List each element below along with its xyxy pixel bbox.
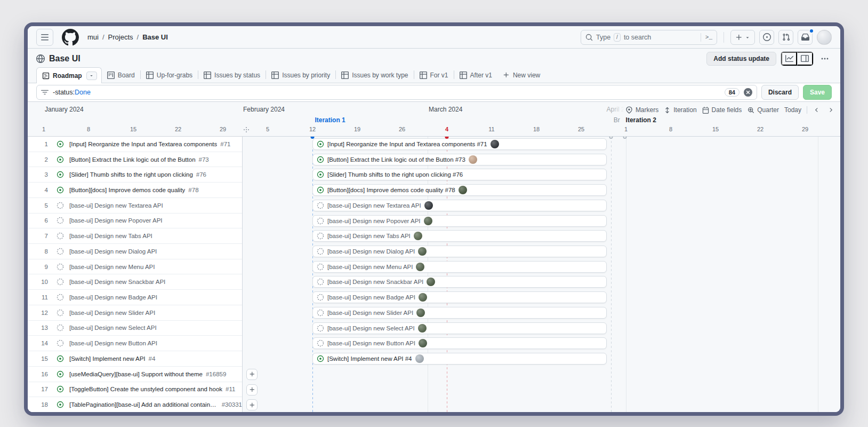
- add-status-update-button[interactable]: Add status update: [706, 52, 776, 66]
- hamburger-menu-button[interactable]: [36, 29, 53, 46]
- tab-issues-by-status[interactable]: Issues by status: [198, 67, 266, 83]
- zoom-level-button[interactable]: Quarter: [747, 106, 779, 114]
- table-row[interactable]: 18[TablePagination][base-ui] Add an addi…: [28, 397, 242, 412]
- user-avatar[interactable]: [817, 30, 832, 45]
- tab-label: Up-for-grabs: [157, 72, 192, 79]
- table-row[interactable]: 3[Slider] Thumb shifts to the right upon…: [28, 167, 242, 183]
- plus-icon: [503, 72, 510, 78]
- tab-roadmap[interactable]: Roadmap: [36, 67, 102, 83]
- roadmap-bar[interactable]: [base-ui] Design new Slider API: [312, 307, 607, 319]
- date-tick: 25: [578, 126, 584, 132]
- tab-issues-by-work-type[interactable]: Issues by work type: [336, 67, 413, 83]
- breadcrumb-org[interactable]: mui: [87, 33, 99, 41]
- roadmap-bar[interactable]: [Button] Extract the Link logic out of t…: [312, 154, 607, 165]
- tab-board[interactable]: Board: [102, 67, 140, 83]
- table-row[interactable]: 5[base-ui] Design new Textarea API: [28, 198, 242, 213]
- clear-filter-button[interactable]: [744, 88, 752, 97]
- iteration-marker-line: [611, 137, 612, 412]
- row-number: 13: [28, 325, 48, 331]
- insights-button[interactable]: [781, 52, 797, 66]
- roadmap-bar[interactable]: [base-ui] Design new Tabs API: [312, 230, 607, 242]
- row-number: 18: [28, 401, 48, 408]
- pull-requests-button[interactable]: [778, 30, 793, 45]
- create-new-button[interactable]: [730, 30, 755, 45]
- bar-title: [base-ui] Design new Badge API: [327, 294, 415, 301]
- issues-button[interactable]: [759, 30, 774, 45]
- roadmap-bar[interactable]: [base-ui] Design new Dialog API: [312, 246, 607, 257]
- tab-after-v1[interactable]: After v1: [454, 67, 497, 83]
- row-title: [Button][docs] Improve demos code qualit…: [69, 187, 185, 193]
- bar-title: [Input] Reorganize the Input and Textare…: [327, 141, 487, 147]
- add-to-timeline-button[interactable]: [246, 399, 258, 410]
- roadmap-bar[interactable]: [base-ui] Design new Textarea API: [312, 200, 607, 211]
- scroll-right-button[interactable]: [826, 105, 835, 115]
- bar-title: [base-ui] Design new Popover API: [327, 218, 421, 224]
- table-row[interactable]: 10[base-ui] Design new Snackbar API: [28, 274, 242, 290]
- graph-icon: [785, 54, 793, 62]
- iteration-marker-dot: [609, 137, 613, 139]
- search-input[interactable]: Type / to search >_: [581, 30, 717, 45]
- draft-issue-icon: [317, 309, 324, 317]
- row-title: [TablePagination][base-ui] Add an additi…: [69, 401, 219, 408]
- scroll-left-button[interactable]: [813, 105, 821, 115]
- table-row[interactable]: 8[base-ui] Design new Dialog API: [28, 244, 242, 259]
- search-divider: [701, 33, 701, 42]
- app-window: mui / Projects / Base UI Type / to searc…: [24, 22, 844, 416]
- side-panel-button[interactable]: [797, 52, 813, 66]
- add-to-timeline-button[interactable]: [246, 384, 258, 396]
- column-resize-grabber[interactable]: [243, 126, 250, 133]
- draft-issue-icon: [57, 217, 64, 224]
- tab-issues-by-priority[interactable]: Issues by priority: [266, 67, 335, 83]
- assignee-avatar: [427, 278, 435, 286]
- roadmap-bar[interactable]: [base-ui] Design new Button API: [312, 337, 607, 349]
- table-row[interactable]: 15[Switch] Implement new API#4: [28, 351, 242, 367]
- github-logo[interactable]: [62, 29, 79, 46]
- discard-button[interactable]: Discard: [761, 85, 799, 100]
- roadmap-bar[interactable]: [base-ui] Design new Snackbar API: [312, 276, 607, 288]
- date-fields-button[interactable]: Date fields: [702, 106, 742, 114]
- zoom-in-icon: [747, 106, 754, 114]
- roadmap-bar[interactable]: [Slider] Thumb shifts to the right upon …: [312, 169, 607, 180]
- table-row[interactable]: 13[base-ui] Design new Select API: [28, 321, 242, 336]
- markers-button[interactable]: Markers: [625, 106, 658, 114]
- breadcrumb-project[interactable]: Base UI: [142, 33, 168, 41]
- save-button[interactable]: Save: [803, 85, 832, 100]
- roadmap-bar[interactable]: [base-ui] Design new Badge API: [312, 291, 607, 303]
- roadmap-bar[interactable]: [base-ui] Design new Popover API: [312, 215, 607, 227]
- inbox-button[interactable]: [798, 30, 813, 45]
- filter-input[interactable]: -status:Done 84: [36, 85, 757, 100]
- table-row[interactable]: 11[base-ui] Design new Badge API: [28, 290, 242, 305]
- breadcrumb-projects[interactable]: Projects: [108, 33, 133, 41]
- table-row[interactable]: 4[Button][docs] Improve demos code quali…: [28, 183, 242, 198]
- roadmap-bar[interactable]: [Input] Reorganize the Input and Textare…: [312, 138, 607, 150]
- add-to-timeline-button[interactable]: [246, 369, 258, 380]
- today-button[interactable]: Today: [784, 106, 801, 114]
- project-menu-button[interactable]: [818, 52, 832, 66]
- iteration-button[interactable]: Iteration: [664, 106, 696, 114]
- new-view-button[interactable]: New view: [497, 67, 545, 83]
- roadmap-bar[interactable]: [base-ui] Design new Select API: [312, 322, 607, 334]
- open-issue-icon: [57, 140, 64, 148]
- roadmap-bar[interactable]: [base-ui] Design new Menu API: [312, 261, 607, 273]
- issue-number: #30331: [222, 401, 242, 408]
- table-row[interactable]: 7[base-ui] Design new Tabs API: [28, 228, 242, 244]
- roadmap-bar[interactable]: [Button][docs] Improve demos code qualit…: [312, 184, 607, 196]
- tab-options-caret[interactable]: [86, 72, 97, 80]
- row-title: [base-ui] Design new Badge API: [69, 294, 157, 301]
- table-row[interactable]: 17[ToggleButton] Create the unstyled com…: [28, 382, 242, 398]
- row-number: 6: [28, 217, 48, 224]
- table-row[interactable]: 1[Input] Reorganize the Input and Textar…: [28, 137, 242, 152]
- command-palette-icon[interactable]: >_: [705, 34, 712, 41]
- table-row[interactable]: 14[base-ui] Design new Button API: [28, 336, 242, 351]
- roadmap-bar[interactable]: [Switch] Implement new API #4: [312, 353, 607, 365]
- tab-for-v1[interactable]: For v1: [414, 67, 454, 83]
- filter-query: -status:: [53, 89, 75, 96]
- date-tick: 19: [354, 126, 360, 132]
- table-row[interactable]: 9[base-ui] Design new Menu API: [28, 259, 242, 275]
- table-row[interactable]: 12[base-ui] Design new Slider API: [28, 305, 242, 321]
- table-row[interactable]: 6[base-ui] Design new Popover API: [28, 213, 242, 229]
- table-row[interactable]: 2[Button] Extract the Link logic out of …: [28, 152, 242, 168]
- table-row[interactable]: 16[useMediaQuery][base-ui] Support witho…: [28, 367, 242, 382]
- tab-up-for-grabs[interactable]: Up-for-grabs: [141, 67, 198, 83]
- date-tick: 18: [533, 126, 540, 132]
